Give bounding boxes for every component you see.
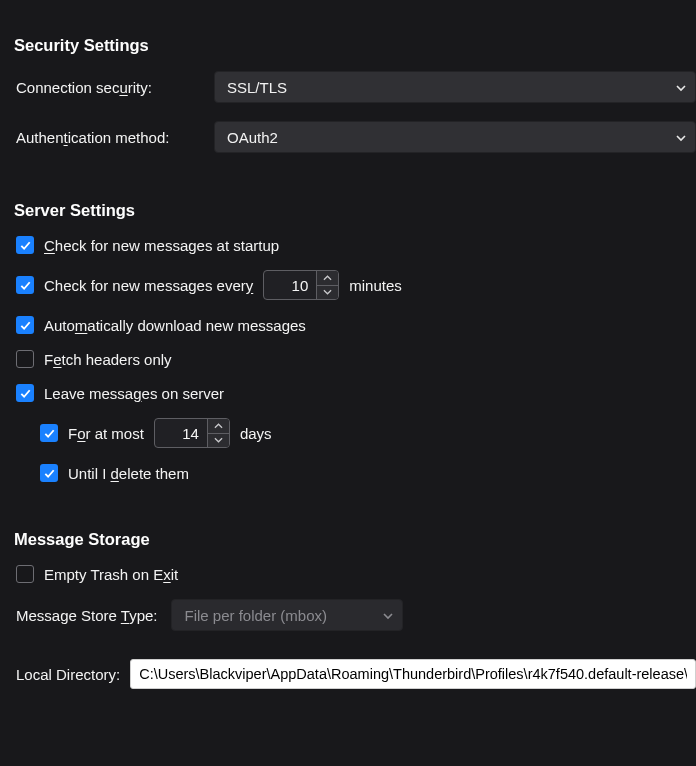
check-every-checkbox[interactable]: [16, 276, 34, 294]
for-at-most-stepper[interactable]: [154, 418, 230, 448]
server-settings-section: Server Settings Check for new messages a…: [14, 201, 696, 482]
for-at-most-row: For at most days: [14, 418, 696, 448]
store-type-value: File per folder (mbox): [184, 607, 327, 624]
security-settings-section: Security Settings Connection security: S…: [14, 36, 696, 153]
until-delete-label[interactable]: Until I delete them: [68, 465, 189, 482]
fetch-headers-row: Fetch headers only: [14, 350, 696, 368]
chevron-down-icon: [675, 82, 685, 92]
authentication-method-value: OAuth2: [227, 129, 278, 146]
for-at-most-input[interactable]: [155, 419, 207, 447]
store-type-label: Message Store Type:: [16, 607, 157, 624]
message-storage-section: Message Storage Empty Trash on Exit Mess…: [14, 530, 696, 689]
local-directory-row: Local Directory:: [14, 659, 696, 689]
message-storage-title: Message Storage: [14, 530, 696, 549]
check-every-input[interactable]: [264, 271, 316, 299]
empty-trash-label[interactable]: Empty Trash on Exit: [44, 566, 178, 583]
chevron-down-icon: [675, 132, 685, 142]
auto-download-checkbox[interactable]: [16, 316, 34, 334]
chevron-down-icon: [382, 610, 392, 620]
check-every-spin-up[interactable]: [317, 271, 338, 286]
auto-download-label[interactable]: Automatically download new messages: [44, 317, 306, 334]
check-startup-checkbox[interactable]: [16, 236, 34, 254]
fetch-headers-label[interactable]: Fetch headers only: [44, 351, 172, 368]
authentication-method-select[interactable]: OAuth2: [214, 121, 696, 153]
check-every-spin-down[interactable]: [317, 286, 338, 300]
check-every-stepper[interactable]: [263, 270, 339, 300]
auto-download-row: Automatically download new messages: [14, 316, 696, 334]
empty-trash-checkbox[interactable]: [16, 565, 34, 583]
for-at-most-label[interactable]: For at most: [68, 425, 144, 442]
connection-security-label: Connection security:: [16, 79, 214, 96]
check-every-unit: minutes: [349, 277, 402, 294]
check-startup-row: Check for new messages at startup: [14, 236, 696, 254]
until-delete-row: Until I delete them: [14, 464, 696, 482]
connection-security-select[interactable]: SSL/TLS: [214, 71, 696, 103]
check-every-label[interactable]: Check for new messages every: [44, 277, 253, 294]
check-every-row: Check for new messages every minutes: [14, 270, 696, 300]
until-delete-checkbox[interactable]: [40, 464, 58, 482]
fetch-headers-checkbox[interactable]: [16, 350, 34, 368]
store-type-select[interactable]: File per folder (mbox): [171, 599, 403, 631]
leave-server-row: Leave messages on server: [14, 384, 696, 402]
connection-security-value: SSL/TLS: [227, 79, 287, 96]
check-startup-label[interactable]: Check for new messages at startup: [44, 237, 279, 254]
for-at-most-spin-down[interactable]: [208, 434, 229, 448]
server-settings-title: Server Settings: [14, 201, 696, 220]
local-directory-input[interactable]: [130, 659, 696, 689]
authentication-method-label: Authentication method:: [16, 129, 214, 146]
leave-server-checkbox[interactable]: [16, 384, 34, 402]
local-directory-label: Local Directory:: [16, 666, 120, 683]
for-at-most-spin-up[interactable]: [208, 419, 229, 434]
security-settings-title: Security Settings: [14, 36, 696, 55]
leave-server-label[interactable]: Leave messages on server: [44, 385, 224, 402]
store-type-row: Message Store Type: File per folder (mbo…: [14, 599, 696, 631]
for-at-most-checkbox[interactable]: [40, 424, 58, 442]
empty-trash-row: Empty Trash on Exit: [14, 565, 696, 583]
for-at-most-unit: days: [240, 425, 272, 442]
